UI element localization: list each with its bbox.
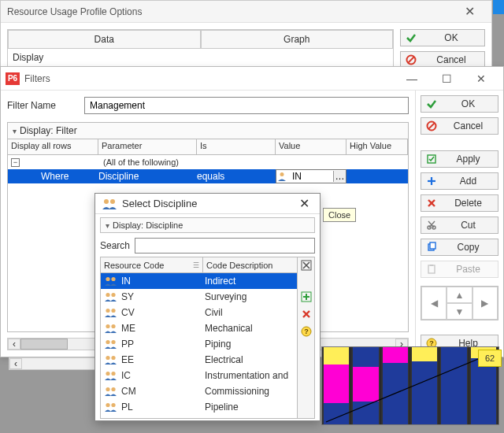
filters-title: Filters [24,73,395,84]
check-icon [406,32,417,43]
add-item-icon[interactable] [298,289,314,305]
list-item[interactable]: CMCommissioning [101,383,297,399]
people-icon [104,323,118,334]
code-description: Pipeline [203,402,297,413]
resource-code: ME [121,323,135,334]
list-item[interactable]: SYSurveying [101,289,297,305]
nav-up-icon[interactable]: ▲ [447,287,472,303]
scissors-icon [426,220,437,231]
chevron-down-icon [106,220,109,230]
svg-line-4 [428,123,435,129]
ok-button-bg[interactable]: OK [400,29,485,46]
chevron-down-icon [13,125,17,136]
col-high-value[interactable]: High Value [346,139,408,154]
nav-left-icon[interactable]: ◀ [421,287,447,320]
list-item[interactable]: MEMechanical [101,320,297,336]
value-cell[interactable]: IN … [276,169,346,183]
apply-button[interactable]: Apply [421,150,498,168]
col-display-all-rows[interactable]: Display all rows [8,139,98,154]
sort-indicator-icon: ☰ [193,261,199,269]
filters-group-row[interactable]: − (All of the following) [8,155,408,169]
plus-icon [426,176,437,187]
code-description: Piping [203,339,297,350]
resource-code: PP [121,339,134,350]
select-list-body: INIndirectSYSurveyingCVCivilMEMechanical… [101,273,297,415]
display-filter-bar[interactable]: Display: Filter [7,122,409,139]
people-icon [102,198,117,210]
filter-condition-row[interactable]: Where Discipline equals IN … [8,169,408,183]
code-description: Surveying [203,291,297,302]
tab-graph[interactable]: Graph [201,30,394,49]
copy-button[interactable]: Copy [421,239,498,256]
list-item[interactable]: PLPipeline [101,399,297,415]
maximize-icon[interactable]: ☐ [429,68,464,90]
collapse-icon[interactable]: − [11,158,20,167]
list-item[interactable]: ICInstrumentation and [101,368,297,383]
close-icon[interactable]: ✕ [464,68,498,90]
filter-name-input[interactable] [84,97,409,114]
display-discipline-bar[interactable]: Display: Discipline [100,217,315,233]
code-description: Civil [203,307,297,318]
scroll-left-icon[interactable]: ‹ [8,339,20,350]
remove-item-icon[interactable] [298,306,314,322]
svg-point-31 [111,340,115,344]
person-icon [276,171,287,182]
value-picker-button[interactable]: … [333,171,346,182]
col-resource-code[interactable]: Resource Code ☰ [101,257,203,272]
col-is[interactable]: Is [197,139,276,154]
apply-icon [426,154,437,165]
svg-point-36 [106,387,109,391]
list-item[interactable]: INIndirect [101,273,297,289]
nav-down-icon[interactable]: ▼ [447,303,472,320]
code-description: Commissioning [203,386,297,397]
ok-button[interactable]: OK [421,95,498,113]
col-code-description[interactable]: Code Description [203,257,297,272]
svg-text:?: ? [304,328,309,335]
svg-rect-15 [430,242,435,249]
svg-point-23 [111,277,115,281]
scroll-thumb[interactable] [20,339,68,350]
add-button[interactable]: Add [421,172,498,190]
nav-right-icon[interactable]: ▶ [472,287,498,320]
code-description: Indirect [203,276,297,287]
display-label: Display [8,49,393,66]
people-icon [104,307,118,318]
col-parameter[interactable]: Parameter [98,139,197,154]
help-item-icon[interactable]: ? [298,324,314,339]
close-icon[interactable]: ✕ [295,196,313,211]
background-scrollbar-remnant: ‹ [9,357,103,370]
resource-code: EE [121,354,134,365]
resource-code: SY [121,291,134,302]
svg-line-13 [428,221,434,228]
people-icon [104,402,118,413]
right-edge-strip [493,0,504,14]
svg-point-21 [110,199,115,204]
delete-button[interactable]: Delete [421,194,498,212]
cancel-icon [426,120,437,131]
select-discipline-header: Select Discipline ✕ [95,194,320,214]
resource-code: IN [121,276,131,287]
svg-rect-16 [428,265,435,273]
svg-point-30 [106,340,109,344]
resource-code: IC [121,370,131,381]
value-badge: 62 [478,350,502,367]
select-discipline-dialog: Select Discipline ✕ Display: Discipline … [94,193,321,421]
filters-grid-header: Display all rows Parameter Is Value High… [7,139,409,155]
minimize-icon[interactable]: — [395,68,429,90]
gantt-preview-strip [321,346,499,425]
close-picker-icon[interactable] [298,257,314,273]
close-icon[interactable]: ✕ [454,2,485,21]
cut-button[interactable]: Cut [421,216,498,234]
copy-icon [426,242,437,253]
col-value[interactable]: Value [276,139,346,154]
cancel-button[interactable]: Cancel [421,117,498,135]
search-input[interactable] [135,238,315,254]
svg-point-25 [111,293,115,297]
list-item[interactable]: CVCivil [101,305,297,320]
svg-point-29 [111,324,115,328]
paste-button: Paste [421,261,498,278]
list-item[interactable]: EEElectrical [101,352,297,368]
paste-icon [426,264,437,275]
list-item[interactable]: PPPiping [101,336,297,352]
tab-data[interactable]: Data [8,30,201,49]
